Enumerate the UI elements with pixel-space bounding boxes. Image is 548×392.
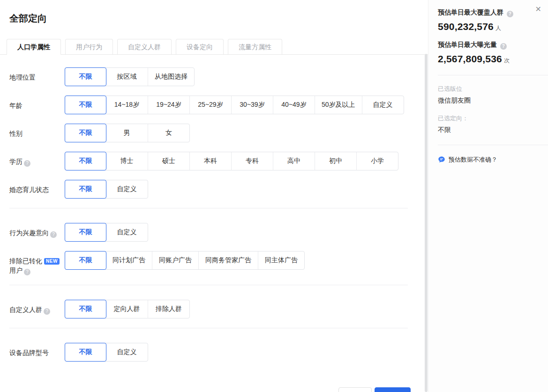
option-device-brand-model-0[interactable]: 不限: [65, 343, 106, 362]
option-exclude-converted-2[interactable]: 同账户广告: [152, 251, 198, 269]
tab-demographics[interactable]: 人口学属性: [7, 39, 61, 55]
option-behavior-interest-1[interactable]: 自定义: [106, 223, 148, 241]
option-behavior-interest-0[interactable]: 不限: [65, 223, 106, 242]
help-icon-stat-0[interactable]: ?: [507, 11, 513, 17]
option-exclude-converted-4[interactable]: 同主体广告: [258, 251, 304, 269]
option-geo-location-0[interactable]: 不限: [65, 67, 106, 86]
option-group-marital-parenting: 不限自定义: [65, 180, 148, 199]
tab-bar: 人口学属性用户行为自定义人群设备定向流量方属性: [0, 39, 428, 55]
help-icon-education[interactable]: ?: [24, 160, 30, 167]
option-age-7[interactable]: 自定义: [362, 96, 404, 114]
option-exclude-converted-1[interactable]: 同计划广告: [106, 251, 152, 269]
row-gender: 性别不限男女: [9, 124, 428, 142]
option-exclude-converted-3[interactable]: 同商务管家广告: [198, 251, 258, 269]
row-label-gender: 性别: [9, 124, 65, 142]
close-icon[interactable]: ✕: [535, 6, 541, 13]
option-group-education: 不限博士硕士本科专科高中初中小学: [65, 152, 398, 170]
option-geo-location-2[interactable]: 从地图选择: [148, 68, 194, 86]
row-label-education: 学历?: [9, 152, 65, 170]
section-divider: [9, 328, 408, 328]
option-custom-audience-2[interactable]: 排除人群: [148, 300, 189, 318]
targeting-form: 地理位置不限按区域从地图选择年龄不限14~18岁19~24岁25~29岁30~3…: [0, 55, 428, 362]
tab-custom-audience[interactable]: 自定义人群: [117, 39, 172, 54]
stat-label-0: 预估单日最大覆盖人群 ?: [438, 7, 539, 17]
selected-placement-value: 微信朋友圈: [438, 96, 539, 105]
option-group-geo-location: 不限按区域从地图选择: [65, 67, 195, 86]
row-label-behavior-interest: 行为兴趣意向?: [9, 223, 65, 242]
section-divider: [9, 208, 408, 208]
row-device-brand-model: 设备品牌型号不限自定义: [9, 343, 428, 362]
option-age-1[interactable]: 14~18岁: [106, 96, 148, 114]
row-custom-audience: 自定义人群?不限定向人群排除人群: [9, 300, 428, 318]
option-education-3[interactable]: 本科: [189, 152, 231, 170]
row-geo-location: 地理位置不限按区域从地图选择: [9, 67, 428, 86]
row-exclude-converted: 排除已转化NEW用户?不限同计划广告同账户广告同商务管家广告同主体广告: [9, 251, 428, 275]
row-label-text2-exclude-converted: 用户: [9, 266, 23, 274]
option-custom-audience-0[interactable]: 不限: [65, 300, 106, 318]
option-marital-parenting-1[interactable]: 自定义: [106, 180, 148, 198]
option-education-1[interactable]: 博士: [106, 152, 148, 170]
estimate-feedback-link[interactable]: 预估数据不准确？: [438, 155, 539, 164]
row-label-text-age: 年龄: [9, 102, 23, 109]
option-gender-1[interactable]: 男: [106, 124, 148, 142]
option-age-4[interactable]: 30~39岁: [231, 96, 273, 114]
option-exclude-converted-0[interactable]: 不限: [65, 251, 106, 270]
stat-unit-0: 人: [495, 25, 501, 31]
row-label-text-behavior-interest: 行为兴趣意向: [9, 229, 49, 237]
new-badge: NEW: [44, 258, 60, 265]
scrollbar-thumb[interactable]: [425, 54, 428, 392]
stat-0: 预估单日最大覆盖人群 ?590,232,576人: [438, 7, 539, 32]
help-icon-behavior-interest[interactable]: ?: [50, 231, 57, 238]
option-education-6[interactable]: 初中: [315, 152, 356, 170]
footer-primary-button[interactable]: [375, 387, 411, 392]
stats-block: 预估单日最大覆盖人群 ?590,232,576人预估单日最大曝光量 ?2,567…: [438, 7, 539, 65]
option-education-5[interactable]: 高中: [273, 152, 315, 170]
option-custom-audience-1[interactable]: 定向人群: [106, 300, 148, 318]
option-education-7[interactable]: 小学: [356, 152, 398, 170]
row-label-marital-parenting: 婚恋育儿状态: [9, 180, 65, 199]
sidebar-divider: [438, 75, 548, 75]
option-age-3[interactable]: 25~29岁: [189, 96, 231, 114]
row-label-age: 年龄: [9, 96, 65, 114]
help-icon-exclude-converted[interactable]: ?: [24, 269, 30, 275]
option-age-0[interactable]: 不限: [65, 96, 106, 114]
option-gender-0[interactable]: 不限: [65, 124, 106, 142]
selected-placement-label: 已选版位: [438, 85, 539, 93]
sidebar-divider: [438, 145, 548, 145]
help-icon-custom-audience[interactable]: ?: [44, 308, 50, 315]
option-education-4[interactable]: 专科: [231, 152, 273, 170]
help-icon-stat-1[interactable]: ?: [500, 43, 507, 50]
row-label-text-exclude-converted: 排除已转化: [9, 257, 42, 265]
section-divider: [9, 285, 408, 285]
option-marital-parenting-0[interactable]: 不限: [65, 180, 106, 199]
option-group-device-brand-model: 不限自定义: [65, 343, 148, 362]
tab-device-targeting[interactable]: 设备定向: [176, 39, 224, 54]
option-device-brand-model-1[interactable]: 自定义: [106, 343, 148, 361]
stat-value-0: 590,232,576人: [438, 21, 539, 32]
option-gender-2[interactable]: 女: [148, 124, 189, 142]
option-age-2[interactable]: 19~24岁: [148, 96, 189, 114]
option-education-2[interactable]: 硕士: [148, 152, 189, 170]
option-age-6[interactable]: 50岁及以上: [315, 96, 362, 114]
row-label-custom-audience: 自定义人群?: [9, 300, 65, 318]
option-age-5[interactable]: 40~49岁: [273, 96, 315, 114]
footer-secondary-button[interactable]: [338, 387, 372, 392]
stat-label-1: 预估单日最大曝光量 ?: [438, 40, 539, 50]
row-marital-parenting: 婚恋育儿状态不限自定义: [9, 180, 428, 199]
targeting-panel: 全部定向 人口学属性用户行为自定义人群设备定向流量方属性 地理位置不限按区域从地…: [0, 0, 428, 392]
stat-value-1: 2,567,809,536次: [438, 53, 539, 65]
tab-traffic-attributes[interactable]: 流量方属性: [228, 39, 282, 54]
option-geo-location-1[interactable]: 按区域: [106, 68, 148, 86]
option-group-custom-audience: 不限定向人群排除人群: [65, 300, 190, 318]
row-label-text-custom-audience: 自定义人群: [9, 306, 42, 313]
option-group-gender: 不限男女: [65, 124, 190, 142]
row-label-text-education: 学历: [9, 158, 23, 165]
row-label-text-gender: 性别: [9, 130, 23, 137]
selected-targeting-value: 不限: [438, 125, 539, 134]
option-education-0[interactable]: 不限: [65, 152, 106, 170]
row-label-geo-location: 地理位置: [9, 67, 65, 86]
row-education: 学历?不限博士硕士本科专科高中初中小学: [9, 152, 428, 170]
row-label-exclude-converted: 排除已转化NEW用户?: [9, 251, 65, 275]
tab-user-behavior[interactable]: 用户行为: [65, 39, 113, 54]
estimate-sidebar: ✕ 预估单日最大覆盖人群 ?590,232,576人预估单日最大曝光量 ?2,5…: [428, 0, 548, 392]
